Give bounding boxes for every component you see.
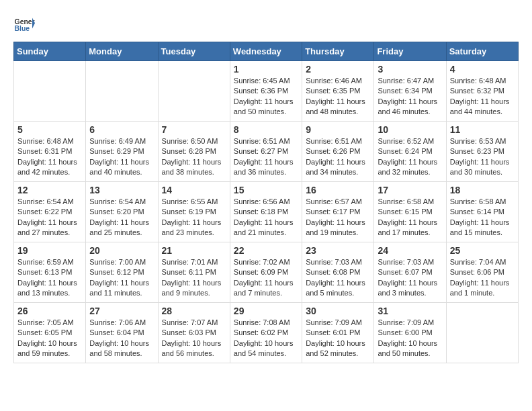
day-info: Sunrise: 6:49 AM Sunset: 6:29 PM Dayligh… [89,136,154,178]
calendar-cell: 11Sunrise: 6:53 AM Sunset: 6:23 PM Dayli… [446,122,518,182]
calendar-cell [158,61,230,122]
calendar-cell: 30Sunrise: 7:09 AM Sunset: 6:01 PM Dayli… [302,303,374,363]
calendar-cell: 24Sunrise: 7:03 AM Sunset: 6:07 PM Dayli… [374,242,446,303]
day-number: 2 [306,64,370,75]
day-info: Sunrise: 6:45 AM Sunset: 6:36 PM Dayligh… [234,76,298,118]
day-info: Sunrise: 6:55 AM Sunset: 6:19 PM Dayligh… [162,197,226,238]
logo: General Blue [13,13,35,35]
day-number: 30 [306,306,370,316]
day-info: Sunrise: 6:51 AM Sunset: 6:27 PM Dayligh… [234,136,298,178]
calendar-cell: 10Sunrise: 6:52 AM Sunset: 6:24 PM Dayli… [374,122,446,182]
calendar-cell: 16Sunrise: 6:57 AM Sunset: 6:17 PM Dayli… [302,182,374,242]
calendar-cell: 19Sunrise: 6:59 AM Sunset: 6:13 PM Dayli… [14,242,86,303]
day-info: Sunrise: 6:53 AM Sunset: 6:23 PM Dayligh… [450,136,515,178]
svg-text:Blue: Blue [15,25,30,32]
weekday-header-friday: Friday [374,42,446,61]
calendar-cell: 13Sunrise: 6:54 AM Sunset: 6:20 PM Dayli… [86,182,158,242]
day-info: Sunrise: 6:48 AM Sunset: 6:31 PM Dayligh… [17,136,82,178]
calendar-table: SundayMondayTuesdayWednesdayThursdayFrid… [13,42,519,363]
day-number: 20 [89,245,154,256]
day-number: 13 [89,185,154,195]
calendar-cell: 8Sunrise: 6:51 AM Sunset: 6:27 PM Daylig… [230,122,302,182]
day-number: 12 [17,185,82,195]
calendar-cell: 4Sunrise: 6:48 AM Sunset: 6:32 PM Daylig… [446,61,518,122]
day-number: 25 [450,245,515,256]
day-info: Sunrise: 6:58 AM Sunset: 6:14 PM Dayligh… [450,197,515,238]
day-info: Sunrise: 7:09 AM Sunset: 6:01 PM Dayligh… [306,318,370,359]
calendar-cell: 6Sunrise: 6:49 AM Sunset: 6:29 PM Daylig… [86,122,158,182]
day-info: Sunrise: 7:00 AM Sunset: 6:12 PM Dayligh… [89,257,154,299]
calendar-cell: 18Sunrise: 6:58 AM Sunset: 6:14 PM Dayli… [446,182,518,242]
day-info: Sunrise: 7:09 AM Sunset: 6:00 PM Dayligh… [378,318,442,359]
day-info: Sunrise: 7:03 AM Sunset: 6:07 PM Dayligh… [378,257,442,299]
calendar-cell: 29Sunrise: 7:08 AM Sunset: 6:02 PM Dayli… [230,303,302,363]
day-info: Sunrise: 6:54 AM Sunset: 6:20 PM Dayligh… [89,197,154,238]
day-info: Sunrise: 6:50 AM Sunset: 6:28 PM Dayligh… [162,136,226,178]
calendar-cell: 5Sunrise: 6:48 AM Sunset: 6:31 PM Daylig… [14,122,86,182]
calendar-cell: 14Sunrise: 6:55 AM Sunset: 6:19 PM Dayli… [158,182,230,242]
day-number: 26 [17,306,82,316]
day-info: Sunrise: 7:06 AM Sunset: 6:04 PM Dayligh… [89,318,154,359]
day-number: 5 [17,124,82,135]
day-number: 9 [306,124,370,135]
weekday-header-row: SundayMondayTuesdayWednesdayThursdayFrid… [14,42,519,61]
day-number: 6 [89,124,154,135]
page-header: General Blue [13,13,519,35]
day-number: 14 [162,185,226,195]
day-info: Sunrise: 6:54 AM Sunset: 6:22 PM Dayligh… [17,197,82,238]
day-info: Sunrise: 6:57 AM Sunset: 6:17 PM Dayligh… [306,197,370,238]
day-number: 4 [450,64,515,75]
day-number: 24 [378,245,442,256]
day-number: 7 [162,124,226,135]
day-number: 27 [89,306,154,316]
day-info: Sunrise: 6:47 AM Sunset: 6:34 PM Dayligh… [378,76,442,118]
day-info: Sunrise: 7:03 AM Sunset: 6:08 PM Dayligh… [306,257,370,299]
calendar-cell: 31Sunrise: 7:09 AM Sunset: 6:00 PM Dayli… [374,303,446,363]
day-info: Sunrise: 7:08 AM Sunset: 6:02 PM Dayligh… [234,318,298,359]
day-info: Sunrise: 7:01 AM Sunset: 6:11 PM Dayligh… [162,257,226,299]
weekday-header-thursday: Thursday [302,42,374,61]
weekday-header-saturday: Saturday [446,42,518,61]
day-info: Sunrise: 6:56 AM Sunset: 6:18 PM Dayligh… [234,197,298,238]
day-info: Sunrise: 6:48 AM Sunset: 6:32 PM Dayligh… [450,76,515,118]
weekday-header-monday: Monday [86,42,158,61]
calendar-cell [86,61,158,122]
calendar-cell: 20Sunrise: 7:00 AM Sunset: 6:12 PM Dayli… [86,242,158,303]
calendar-cell: 7Sunrise: 6:50 AM Sunset: 6:28 PM Daylig… [158,122,230,182]
weekday-header-wednesday: Wednesday [230,42,302,61]
weekday-header-tuesday: Tuesday [158,42,230,61]
day-number: 15 [234,185,298,195]
day-number: 8 [234,124,298,135]
svg-text:General: General [15,18,35,26]
day-number: 18 [450,185,515,195]
calendar-cell: 23Sunrise: 7:03 AM Sunset: 6:08 PM Dayli… [302,242,374,303]
day-number: 10 [378,124,442,135]
day-number: 21 [162,245,226,256]
calendar-cell: 27Sunrise: 7:06 AM Sunset: 6:04 PM Dayli… [86,303,158,363]
day-number: 22 [234,245,298,256]
calendar-cell: 25Sunrise: 7:04 AM Sunset: 6:06 PM Dayli… [446,242,518,303]
day-number: 11 [450,124,515,135]
calendar-cell [446,303,518,363]
day-number: 16 [306,185,370,195]
day-number: 17 [378,185,442,195]
calendar-cell: 15Sunrise: 6:56 AM Sunset: 6:18 PM Dayli… [230,182,302,242]
day-info: Sunrise: 6:59 AM Sunset: 6:13 PM Dayligh… [17,257,82,299]
calendar-week-row: 26Sunrise: 7:05 AM Sunset: 6:05 PM Dayli… [14,303,519,363]
calendar-week-row: 19Sunrise: 6:59 AM Sunset: 6:13 PM Dayli… [14,242,519,303]
day-number: 28 [162,306,226,316]
calendar-cell: 26Sunrise: 7:05 AM Sunset: 6:05 PM Dayli… [14,303,86,363]
day-number: 31 [378,306,442,316]
calendar-cell: 2Sunrise: 6:46 AM Sunset: 6:35 PM Daylig… [302,61,374,122]
calendar-cell: 1Sunrise: 6:45 AM Sunset: 6:36 PM Daylig… [230,61,302,122]
calendar-week-row: 12Sunrise: 6:54 AM Sunset: 6:22 PM Dayli… [14,182,519,242]
calendar-cell: 21Sunrise: 7:01 AM Sunset: 6:11 PM Dayli… [158,242,230,303]
day-info: Sunrise: 7:04 AM Sunset: 6:06 PM Dayligh… [450,257,515,299]
general-blue-logo-icon: General Blue [13,13,35,35]
day-number: 3 [378,64,442,75]
calendar-cell: 17Sunrise: 6:58 AM Sunset: 6:15 PM Dayli… [374,182,446,242]
day-info: Sunrise: 7:05 AM Sunset: 6:05 PM Dayligh… [17,318,82,359]
day-number: 23 [306,245,370,256]
day-number: 29 [234,306,298,316]
day-info: Sunrise: 7:07 AM Sunset: 6:03 PM Dayligh… [162,318,226,359]
